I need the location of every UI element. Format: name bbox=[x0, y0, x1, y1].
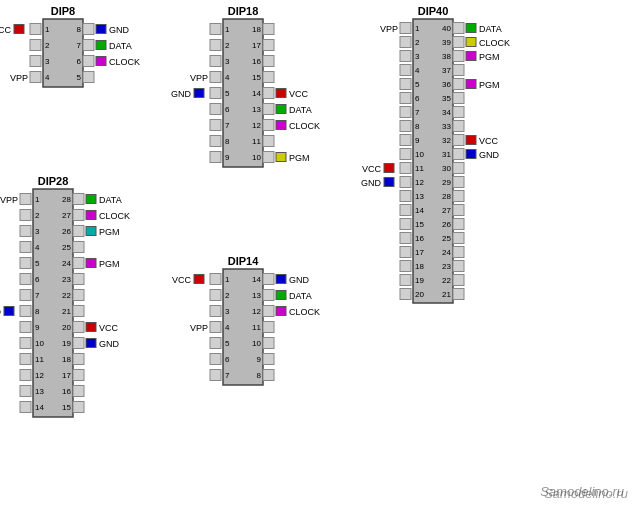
watermark: Samodelino.ru bbox=[540, 484, 624, 499]
